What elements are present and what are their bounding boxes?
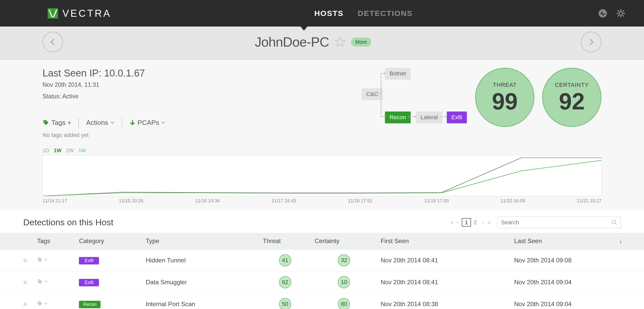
svg-point-16: [44, 121, 45, 122]
cell-first-seen: Nov 20th 2014 08:41: [377, 250, 511, 271]
drag-icon[interactable]: ≡: [23, 278, 27, 286]
search-box[interactable]: [497, 217, 621, 228]
last-seen-ip: Last Seen IP: 10.0.1.67: [43, 68, 338, 79]
svg-marker-18: [384, 72, 386, 74]
add-tag-button[interactable]: +: [37, 300, 48, 307]
threat-value: 99: [492, 90, 518, 113]
certainty-value: 92: [559, 90, 585, 113]
category-pill: Recon: [79, 301, 101, 308]
tag-icon: [43, 119, 49, 126]
table-row[interactable]: ≡ +ReconInternal Port Scan5080Nov 20th 2…: [0, 293, 644, 309]
subheader: JohnDoe-PC More: [0, 27, 644, 60]
threat-badge: 50: [279, 298, 291, 309]
threat-badge: 41: [279, 254, 291, 267]
svg-line-12: [623, 10, 624, 12]
logo[interactable]: VECTRA: [46, 7, 129, 20]
detections-title: Detections on this Host: [23, 217, 113, 227]
scores: THREAT 99 CERTAINTY 92: [473, 68, 601, 139]
page-2[interactable]: 2: [471, 219, 479, 226]
cell-type: Internal Port Scan: [142, 293, 259, 309]
info-left: Last Seen IP: 10.0.1.67 Nov 20th 2014, 1…: [43, 68, 338, 139]
drag-icon[interactable]: ≡: [23, 300, 27, 308]
chart-xaxis: 11/14 21:1711/15 20:2611/16 19:3411/17 1…: [43, 198, 601, 204]
tags-button[interactable]: Tags +: [43, 119, 71, 127]
svg-marker-23: [445, 116, 448, 118]
detections-table: TagsCategoryTypeThreatCertaintyFirst See…: [0, 233, 644, 309]
certainty-badge: 80: [338, 298, 350, 309]
range-2W[interactable]: 2W: [66, 148, 74, 153]
chart: 1D1W2W1M 11/14 21:1711/15 20:2611/16 19:…: [43, 148, 601, 204]
gear-icon[interactable]: [616, 8, 626, 19]
range-tabs: 1D1W2W1M: [43, 148, 601, 153]
actions-dropdown[interactable]: Actions: [86, 119, 114, 127]
range-1M[interactable]: 1M: [79, 148, 86, 153]
col-first-seen[interactable]: First Seen: [377, 233, 511, 250]
cell-first-seen: Nov 20th 2014 08:38: [377, 293, 511, 309]
xaxis-tick: 11/15 20:26: [119, 198, 143, 204]
health-icon[interactable]: [598, 8, 608, 19]
nav-center: HOSTS DETECTIONS: [129, 9, 598, 18]
page-prev-icon[interactable]: ‹: [457, 219, 459, 226]
search-icon: [612, 220, 617, 225]
xaxis-tick: 11/20 16:09: [501, 198, 525, 204]
main: Last Seen IP: 10.0.1.67 Nov 20th 2014, 1…: [0, 60, 644, 204]
star-icon[interactable]: [334, 36, 346, 48]
detections-section: Detections on this Host « ‹ 12 › » TagsC…: [0, 210, 644, 309]
drag-icon[interactable]: ≡: [23, 256, 27, 264]
pcaps-label: PCAPs: [138, 119, 159, 127]
chevron-down-icon: [110, 121, 114, 124]
col-threat[interactable]: Threat: [259, 233, 311, 250]
xaxis-tick: 11/18 17:51: [348, 198, 373, 204]
svg-marker-19: [384, 116, 386, 118]
pcaps-dropdown[interactable]: PCAPs: [129, 119, 166, 127]
divider: [122, 118, 122, 127]
page-last-icon[interactable]: »: [488, 219, 491, 226]
next-host-button[interactable]: [581, 32, 601, 52]
chevron-down-icon: [161, 121, 165, 124]
certainty-badge: 32: [338, 254, 350, 267]
action-bar: Tags + Actions PCAPs: [43, 118, 338, 127]
table-row[interactable]: ≡ +ExfilHidden Tunnel4132Nov 20th 2014 0…: [0, 250, 644, 271]
download-icon: [129, 119, 136, 126]
col-tags[interactable]: Tags: [34, 233, 75, 250]
last-seen-timestamp: Nov 20th 2014, 11:31: [43, 81, 338, 88]
nav-hosts[interactable]: HOSTS: [314, 9, 343, 18]
search-input[interactable]: [501, 219, 612, 226]
col-last-seen[interactable]: Last Seen↓: [510, 233, 644, 250]
attack-flow: Botnet C&C Recon Lateral Exfil: [338, 68, 473, 127]
xaxis-tick: 11/17 18:43: [271, 198, 296, 204]
col-certainty[interactable]: Certainty: [311, 233, 377, 250]
pager: « ‹ 12 › »: [450, 219, 491, 226]
tags-label: Tags +: [51, 119, 71, 127]
svg-point-5: [619, 12, 623, 15]
add-tag-button[interactable]: +: [37, 278, 48, 285]
add-tag-button[interactable]: +: [37, 256, 48, 263]
svg-point-24: [612, 220, 616, 224]
svg-marker-21: [415, 116, 417, 118]
page-first-icon[interactable]: «: [450, 219, 453, 226]
chart-canvas[interactable]: [43, 155, 601, 196]
cell-last-seen: Nov 20th 2014 09:04: [510, 271, 644, 293]
top-nav: VECTRA HOSTS DETECTIONS: [0, 0, 644, 27]
table-row[interactable]: ≡ +ExfilData Smuggler6210Nov 20th 2014 0…: [0, 271, 644, 293]
logo-text: VECTRA: [62, 7, 129, 20]
chart-line-threat: [43, 158, 601, 196]
sort-desc-icon[interactable]: ↓: [619, 237, 622, 245]
svg-marker-15: [335, 37, 345, 46]
info-row: Last Seen IP: 10.0.1.67 Nov 20th 2014, 1…: [43, 68, 601, 139]
page-1[interactable]: 1: [462, 218, 471, 227]
range-1D[interactable]: 1D: [43, 148, 49, 153]
more-button[interactable]: More: [351, 38, 371, 47]
col-type[interactable]: Type: [142, 233, 259, 250]
prev-host-button[interactable]: [43, 32, 63, 52]
svg-point-28: [38, 302, 39, 303]
range-1W[interactable]: 1W: [54, 148, 62, 153]
host-name: JohnDoe-PC: [255, 34, 329, 50]
col-category[interactable]: Category: [75, 233, 142, 250]
nav-detections[interactable]: DETECTIONS: [358, 9, 413, 18]
cell-last-seen: Nov 20th 2014 09:08: [510, 250, 644, 271]
chart-line-certainty: [43, 160, 601, 196]
cell-first-seen: Nov 20th 2014 08:41: [377, 271, 511, 293]
svg-line-13: [618, 15, 619, 16]
page-next-icon[interactable]: ›: [482, 219, 484, 226]
